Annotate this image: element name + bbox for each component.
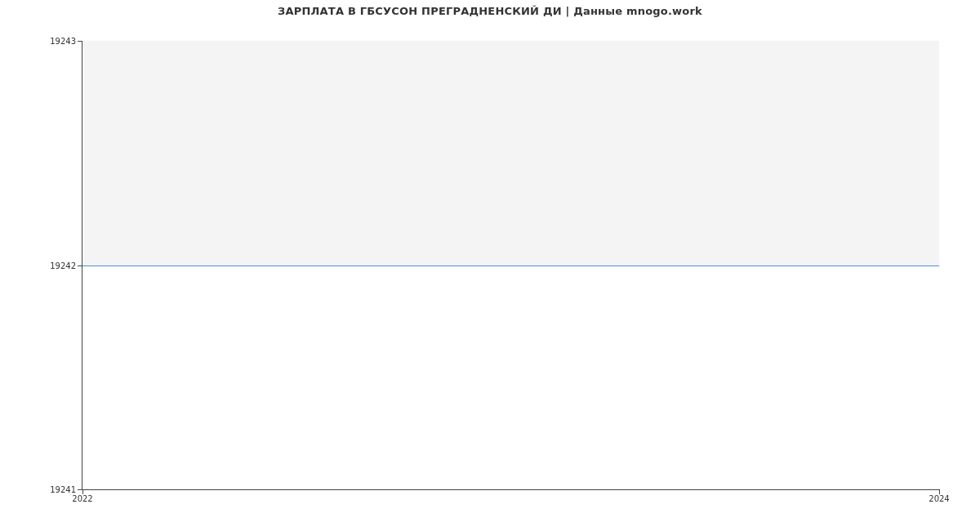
y-tick xyxy=(78,266,82,266)
x-axis-label-right: 2024 xyxy=(929,494,949,503)
y-axis-label-bottom: 19241 xyxy=(50,485,76,494)
chart-plot-area: 19243 19242 19241 2022 2024 xyxy=(82,41,939,490)
x-axis-label-left: 2022 xyxy=(72,494,92,503)
chart-data-line xyxy=(82,266,939,266)
y-axis-label-mid: 19242 xyxy=(50,261,76,270)
y-axis-label-top: 19243 xyxy=(50,37,76,46)
chart-title: ЗАРПЛАТА В ГБСУСОН ПРЕГРАДНЕНСКИЙ ДИ | Д… xyxy=(0,0,980,17)
y-tick xyxy=(78,41,82,42)
chart-area-fill xyxy=(82,41,939,266)
